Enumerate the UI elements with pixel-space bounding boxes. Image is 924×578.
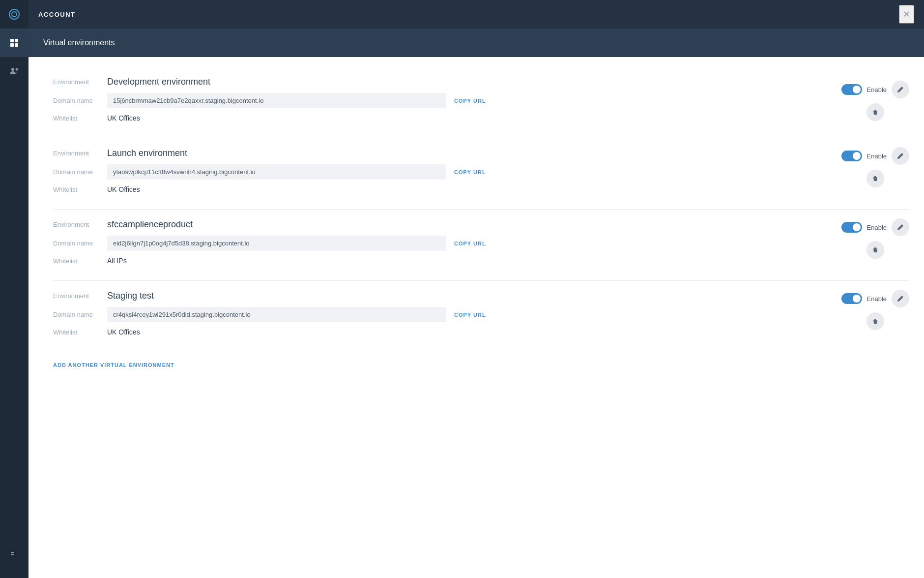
env-name-row-4: Environment Staging test: [53, 291, 909, 301]
page-title: Virtual environments: [43, 38, 115, 47]
env-controls-4: Enable: [841, 290, 909, 330]
domain-input-1[interactable]: [107, 93, 446, 108]
svg-rect-5: [15, 43, 18, 47]
env-name-1: Development environment: [107, 77, 210, 87]
sidebar-collapse[interactable]: [0, 540, 29, 568]
whitelist-value-1: UK Offices: [107, 114, 140, 122]
env-name-3: sfccamplienceproduct: [107, 219, 193, 230]
svg-rect-2: [10, 39, 14, 42]
sidebar-item-users[interactable]: [0, 57, 29, 86]
delete-button-4[interactable]: [866, 312, 884, 330]
domain-label-4: Domain name: [53, 311, 107, 318]
domain-row-4: Domain name COPY URL: [53, 307, 909, 322]
svg-rect-9: [11, 554, 14, 555]
domain-row-3: Domain name COPY URL: [53, 236, 909, 251]
env-controls-1: Enable: [841, 81, 909, 121]
enable-row-1: Enable: [841, 81, 909, 98]
domain-input-3[interactable]: [107, 236, 446, 251]
app-title: ACCOUNT: [38, 11, 76, 18]
pencil-icon-2: [897, 152, 904, 159]
svg-point-1: [12, 12, 17, 17]
content-area: Enable Environment: [29, 57, 924, 578]
pencil-icon-1: [897, 86, 904, 93]
enable-row-3: Enable: [841, 218, 909, 236]
toggle-track-2: [841, 151, 862, 161]
whitelist-value-2: UK Offices: [107, 185, 140, 193]
toggle-thumb-4: [853, 295, 861, 303]
whitelist-label-4: Whitelist: [53, 329, 107, 336]
pencil-icon-3: [897, 224, 904, 231]
pencil-icon-4: [897, 295, 904, 302]
toggle-thumb-1: [853, 86, 861, 93]
trash-icon-4: [872, 318, 879, 325]
copy-url-button-4[interactable]: COPY URL: [454, 312, 486, 318]
enable-row-2: Enable: [841, 147, 909, 165]
env-label-1: Environment: [53, 78, 107, 86]
enable-toggle-1[interactable]: [841, 84, 862, 95]
environment-card-4: Enable Environment: [53, 281, 909, 352]
svg-rect-8: [11, 552, 14, 553]
toggle-track-4: [841, 293, 862, 304]
svg-point-7: [16, 68, 18, 71]
domain-input-2[interactable]: [107, 164, 446, 180]
whitelist-value-4: UK Offices: [107, 328, 140, 336]
delete-button-1[interactable]: [866, 103, 884, 121]
copy-url-button-1[interactable]: COPY URL: [454, 98, 486, 104]
sub-header: Virtual environments: [29, 29, 924, 57]
whitelist-label-2: Whitelist: [53, 186, 107, 193]
add-environment-button[interactable]: ADD ANOTHER VIRTUAL ENVIRONMENT: [53, 357, 174, 373]
whitelist-row-1: Whitelist UK Offices: [53, 114, 909, 122]
env-name-row-1: Environment Development environment: [53, 77, 909, 87]
trash-icon-2: [872, 175, 879, 182]
app-logo: [0, 0, 29, 29]
main-content: ACCOUNT ✕ Virtual environments Enable: [29, 0, 924, 578]
domain-row-1: Domain name COPY URL: [53, 93, 909, 108]
env-label-2: Environment: [53, 150, 107, 157]
sidebar-item-home[interactable]: [0, 29, 29, 57]
svg-rect-3: [15, 39, 18, 42]
whitelist-row-4: Whitelist UK Offices: [53, 328, 909, 336]
toggle-thumb-3: [853, 223, 861, 231]
whitelist-row-2: Whitelist UK Offices: [53, 185, 909, 193]
sidebar: [0, 0, 29, 578]
enable-row-4: Enable: [841, 290, 909, 307]
copy-url-button-3[interactable]: COPY URL: [454, 241, 486, 246]
svg-rect-4: [10, 43, 14, 47]
trash-icon-3: [872, 246, 879, 253]
env-label-4: Environment: [53, 292, 107, 300]
domain-row-2: Domain name COPY URL: [53, 164, 909, 180]
edit-button-1[interactable]: [892, 81, 909, 98]
environment-card-2: Enable Environment: [53, 138, 909, 210]
copy-url-button-2[interactable]: COPY URL: [454, 169, 486, 175]
whitelist-label-1: Whitelist: [53, 115, 107, 122]
trash-icon-1: [872, 109, 879, 116]
domain-input-4[interactable]: [107, 307, 446, 322]
env-name-row-3: Environment sfccamplienceproduct: [53, 219, 909, 230]
env-controls-2: Enable: [841, 147, 909, 187]
delete-button-2[interactable]: [866, 170, 884, 187]
env-label-3: Environment: [53, 221, 107, 228]
top-bar: ACCOUNT ✕: [29, 0, 924, 29]
enable-label-1: Enable: [867, 86, 887, 93]
env-name-2: Launch environment: [107, 148, 187, 158]
env-name-row-2: Environment Launch environment: [53, 148, 909, 158]
domain-label-1: Domain name: [53, 97, 107, 104]
enable-label-3: Enable: [867, 224, 887, 231]
edit-button-4[interactable]: [892, 290, 909, 307]
svg-point-6: [11, 68, 14, 71]
whitelist-label-3: Whitelist: [53, 257, 107, 265]
env-controls-3: Enable: [841, 218, 909, 259]
enable-toggle-3[interactable]: [841, 222, 862, 233]
toggle-track-1: [841, 84, 862, 95]
edit-button-2[interactable]: [892, 147, 909, 165]
domain-label-2: Domain name: [53, 168, 107, 176]
edit-button-3[interactable]: [892, 218, 909, 236]
toggle-track-3: [841, 222, 862, 233]
env-name-4: Staging test: [107, 291, 154, 301]
enable-toggle-4[interactable]: [841, 293, 862, 304]
close-button[interactable]: ✕: [899, 5, 914, 24]
delete-button-3[interactable]: [866, 241, 884, 259]
enable-toggle-2[interactable]: [841, 151, 862, 161]
svg-point-0: [9, 9, 19, 19]
environment-card-1: Enable Environment: [53, 72, 909, 138]
